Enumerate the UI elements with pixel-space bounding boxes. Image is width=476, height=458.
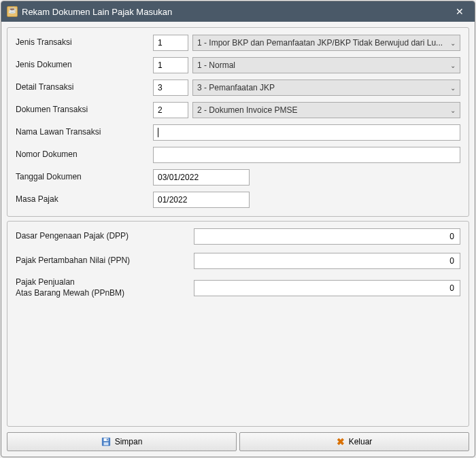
chevron-down-icon: ⌄ [450, 62, 456, 69]
jenis-transaksi-text: 1 - Impor BKP dan Pemanfaatan JKP/BKP Ti… [197, 38, 443, 48]
app-icon [7, 6, 18, 17]
dokumen-transaksi-code[interactable] [153, 102, 188, 118]
tanggal-dokumen-label: Tanggal Dokumen [16, 172, 153, 183]
nama-lawan-label: Nama Lawan Transaksi [16, 127, 153, 138]
chevron-down-icon: ⌄ [450, 84, 456, 92]
jenis-transaksi-code[interactable] [153, 35, 188, 51]
masa-pajak-label: Masa Pajak [16, 194, 153, 205]
chevron-down-icon: ⌄ [450, 39, 456, 47]
nomor-dokumen-input[interactable] [153, 147, 460, 163]
ppn-input[interactable]: 0 [194, 253, 460, 269]
nama-lawan-input[interactable] [153, 124, 460, 141]
simpan-button[interactable]: Simpan [7, 432, 237, 451]
save-icon [101, 437, 111, 446]
dokumen-transaksi-dropdown[interactable]: 2 - Dokumen Invoice PMSE ⌄ [192, 102, 460, 118]
detail-transaksi-dropdown[interactable]: 3 - Pemanfaatan JKP ⌄ [192, 80, 460, 96]
jenis-dokumen-text: 1 - Normal [197, 60, 235, 70]
footer: Simpan ✖ Keluar [1, 432, 475, 457]
jenis-transaksi-dropdown[interactable]: 1 - Impor BKP dan Pemanfaatan JKP/BKP Ti… [192, 35, 460, 51]
jenis-transaksi-label: Jenis Transaksi [16, 37, 153, 48]
detail-transaksi-text: 3 - Pemanfaatan JKP [197, 83, 275, 92]
jenis-dokumen-dropdown[interactable]: 1 - Normal ⌄ [192, 57, 460, 73]
dpp-label: Dasar Pengenaan Pajak (DPP) [16, 231, 194, 242]
transaction-panel: Jenis Transaksi 1 - Impor BKP dan Pemanf… [7, 27, 469, 217]
detail-transaksi-code[interactable] [153, 80, 188, 96]
ppnbm-input[interactable]: 0 [194, 280, 460, 296]
close-icon[interactable]: ✕ [450, 4, 469, 19]
svg-rect-3 [107, 439, 108, 441]
masa-pajak-input[interactable]: 01/2022 [153, 192, 250, 208]
dpp-input[interactable]: 0 [194, 228, 460, 245]
detail-transaksi-label: Detail Transaksi [16, 82, 153, 93]
dokumen-transaksi-text: 2 - Dokumen Invoice PMSE [197, 105, 297, 115]
chevron-down-icon: ⌄ [450, 107, 456, 114]
amounts-panel: Dasar Pengenaan Pajak (DPP) 0 Pajak Pert… [7, 221, 469, 427]
jenis-dokumen-code[interactable] [153, 57, 188, 73]
dialog-window: Rekam Dokumen Lain Pajak Masukan ✕ Jenis… [1, 1, 475, 457]
close-x-icon: ✖ [337, 436, 345, 447]
content-area: Jenis Transaksi 1 - Impor BKP dan Pemanf… [1, 22, 475, 432]
keluar-label: Keluar [349, 437, 373, 446]
window-title: Rekam Dokumen Lain Pajak Masukan [22, 7, 450, 17]
simpan-label: Simpan [115, 437, 143, 446]
nomor-dokumen-label: Nomor Dokumen [16, 149, 153, 160]
dokumen-transaksi-label: Dokumen Transaksi [16, 105, 153, 116]
jenis-dokumen-label: Jenis Dokumen [16, 60, 153, 71]
titlebar: Rekam Dokumen Lain Pajak Masukan ✕ [1, 1, 475, 22]
keluar-button[interactable]: ✖ Keluar [239, 432, 469, 451]
ppn-label: Pajak Pertambahan Nilai (PPN) [16, 256, 194, 266]
svg-rect-2 [103, 442, 108, 445]
ppnbm-label: Pajak Penjualan Atas Barang Mewah (PPnBM… [16, 277, 194, 298]
tanggal-dokumen-input[interactable]: 03/01/2022 [153, 169, 250, 186]
